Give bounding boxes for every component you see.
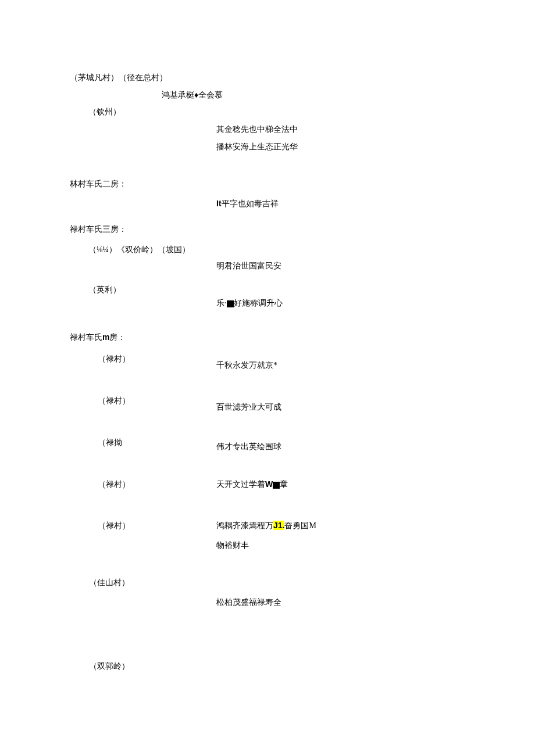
- text-line-21c: 章: [280, 480, 288, 489]
- text-line-13c: 房：: [109, 333, 126, 342]
- text-line-12b: 好施称调升心: [234, 299, 283, 307]
- text-line-7: It平字也如毒吉祥: [216, 199, 279, 209]
- text-line-4: 其金稔先也中梯全法中: [216, 124, 298, 135]
- text-line-3: （钦州）: [88, 107, 121, 117]
- text-line-18: （禄拗: [98, 438, 122, 448]
- heading-lincun: 林村车氏二房：: [70, 179, 127, 189]
- heading-lucun-m: 禄村车氏m房：: [70, 332, 126, 343]
- text-line-21: 天开文过学着W章: [216, 479, 288, 490]
- text-line-5: 播林安海上生态正光华: [216, 142, 298, 152]
- text-line-20: （禄村）: [98, 479, 130, 490]
- black-square-icon: [227, 300, 234, 307]
- text-line-23c: 奋勇国M: [284, 521, 316, 530]
- text-line-23: 鸿耦齐漆焉程万J1.奋勇国M: [216, 521, 316, 531]
- text-line-15: 千秋永发万就京*: [216, 360, 277, 371]
- text-line-9: （⅛¼）《双价岭）（坡国）: [88, 245, 190, 255]
- text-line-11: （英利）: [88, 285, 121, 295]
- text-line-14: （禄村）: [98, 354, 130, 364]
- text-line-22: （禄村）: [98, 521, 130, 531]
- text-bold-m: m: [102, 332, 109, 342]
- text-highlight-j1: J1.: [273, 521, 284, 530]
- text-line-1: （茅城凡村）（径在总村）: [70, 73, 167, 83]
- text-line-26: 松柏茂盛福禄寿全: [216, 597, 281, 608]
- text-line-7b: 平字也如毒吉祥: [222, 199, 279, 208]
- text-line-2: 鸿基承梃♦全会慕: [162, 90, 223, 101]
- text-line-10: 明君治世国富民安: [216, 261, 281, 271]
- heading-lucun-3: 禄村车氏三房：: [70, 224, 127, 235]
- text-line-17: 百世滤芳业大可成: [216, 402, 281, 413]
- text-line-13a: 禄村车氏: [70, 333, 102, 342]
- black-square-icon-2: [273, 482, 280, 489]
- text-line-19: 伟才专出英绘围球: [216, 442, 281, 452]
- text-bold-w: W: [265, 479, 273, 489]
- text-line-21a: 天开文过学着: [216, 480, 265, 489]
- text-line-16: （禄村）: [98, 396, 130, 406]
- text-line-25: （佳山村）: [89, 578, 130, 588]
- text-bold-it: It: [216, 199, 222, 208]
- text-line-24: 物裕财丰: [216, 540, 249, 551]
- text-line-23a: 鸿耦齐漆焉程万: [216, 521, 273, 530]
- text-line-12: 乐·好施称调升心: [216, 298, 283, 309]
- text-line-12a: 乐·: [216, 299, 227, 307]
- text-line-27: （双郭岭）: [89, 661, 130, 672]
